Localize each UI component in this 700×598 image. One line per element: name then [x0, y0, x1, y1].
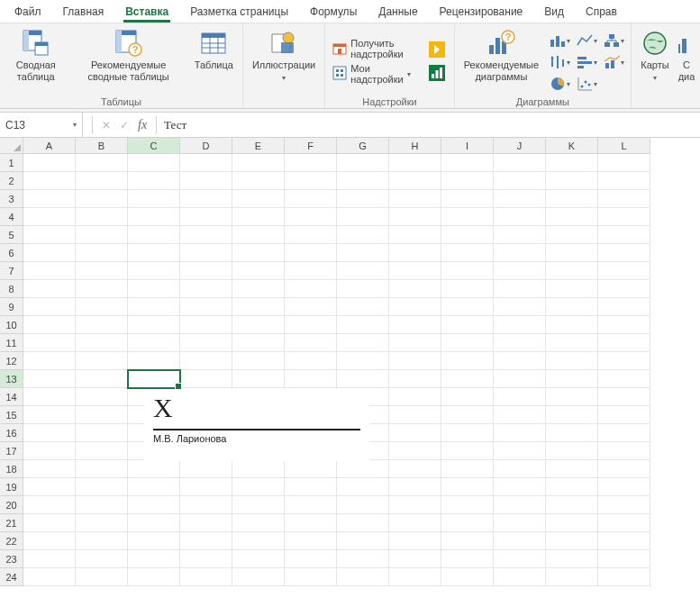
tab-help[interactable]: Справ — [575, 2, 628, 22]
cell[interactable] — [441, 316, 494, 334]
enter-icon[interactable]: ✓ — [120, 119, 129, 131]
cell[interactable] — [389, 478, 441, 496]
cell[interactable] — [285, 280, 337, 298]
cell[interactable] — [180, 478, 232, 496]
cell[interactable] — [494, 226, 546, 244]
cell[interactable] — [285, 226, 337, 244]
cell[interactable] — [180, 208, 232, 226]
cell[interactable] — [494, 442, 546, 460]
cell[interactable] — [128, 568, 180, 586]
cell[interactable] — [389, 460, 441, 478]
cell[interactable] — [494, 334, 546, 352]
cell[interactable] — [285, 262, 337, 280]
cell[interactable] — [494, 208, 546, 226]
cell[interactable] — [285, 532, 337, 550]
cell[interactable] — [598, 154, 650, 172]
tab-page-layout[interactable]: Разметка страницы — [179, 2, 299, 22]
cell[interactable] — [180, 190, 232, 208]
column-header[interactable]: I — [441, 138, 494, 154]
cell[interactable] — [598, 496, 650, 514]
cell[interactable] — [23, 298, 76, 316]
cell[interactable] — [546, 316, 598, 334]
maps-button[interactable]: Карты▾ — [637, 27, 673, 85]
cell[interactable] — [76, 514, 128, 532]
cell[interactable] — [23, 460, 76, 478]
cell[interactable] — [441, 298, 494, 316]
cell[interactable] — [494, 388, 546, 406]
cell[interactable] — [337, 226, 389, 244]
cell[interactable] — [285, 154, 337, 172]
cell[interactable] — [546, 172, 598, 190]
cell[interactable] — [232, 172, 285, 190]
cell[interactable] — [546, 460, 598, 478]
cell[interactable] — [180, 550, 232, 568]
cell[interactable] — [285, 190, 337, 208]
cell[interactable] — [494, 496, 546, 514]
cell[interactable] — [180, 280, 232, 298]
cell[interactable] — [598, 190, 650, 208]
cell[interactable] — [598, 568, 650, 586]
row-header[interactable]: 17 — [0, 442, 23, 460]
cell[interactable] — [23, 280, 76, 298]
column-chart-button[interactable]: ▾ — [548, 31, 571, 50]
cell[interactable] — [546, 280, 598, 298]
cell[interactable] — [76, 316, 128, 334]
cell[interactable] — [232, 550, 285, 568]
cell[interactable] — [76, 568, 128, 586]
cell[interactable] — [598, 298, 650, 316]
cell[interactable] — [389, 442, 441, 460]
cell[interactable] — [128, 370, 180, 388]
cell[interactable] — [546, 388, 598, 406]
cell[interactable] — [337, 568, 389, 586]
row-header[interactable]: 24 — [0, 568, 23, 586]
cell[interactable] — [128, 262, 180, 280]
recommended-pivot-button[interactable]: ? Рекомендуемые сводные таблицы — [72, 27, 186, 85]
row-header[interactable]: 5 — [0, 226, 23, 244]
row-header[interactable]: 18 — [0, 460, 23, 478]
cell[interactable] — [441, 424, 494, 442]
tab-formulas[interactable]: Формулы — [299, 2, 368, 22]
cell[interactable] — [337, 370, 389, 388]
cell[interactable] — [598, 514, 650, 532]
row-header[interactable]: 23 — [0, 550, 23, 568]
cell[interactable] — [598, 424, 650, 442]
cell[interactable] — [23, 172, 76, 190]
cell[interactable] — [76, 388, 128, 406]
column-header[interactable]: G — [337, 138, 389, 154]
cell[interactable] — [232, 514, 285, 532]
table-button[interactable]: Таблица — [191, 27, 237, 73]
cell[interactable] — [494, 190, 546, 208]
row-header[interactable]: 11 — [0, 334, 23, 352]
tab-view[interactable]: Вид — [533, 2, 575, 22]
cell[interactable] — [23, 316, 76, 334]
cell[interactable] — [389, 532, 441, 550]
cell[interactable] — [389, 406, 441, 424]
cell[interactable] — [180, 460, 232, 478]
cell[interactable] — [546, 262, 598, 280]
cell[interactable] — [546, 442, 598, 460]
cell[interactable] — [285, 496, 337, 514]
cell[interactable] — [180, 496, 232, 514]
cell[interactable] — [76, 334, 128, 352]
statistic-chart-button[interactable]: ▾ — [548, 52, 571, 72]
cell[interactable] — [337, 496, 389, 514]
cell[interactable] — [494, 406, 546, 424]
cell[interactable] — [441, 244, 494, 262]
cell[interactable] — [285, 550, 337, 568]
cell[interactable] — [180, 172, 232, 190]
cell[interactable] — [76, 424, 128, 442]
cell[interactable] — [23, 568, 76, 586]
tab-home[interactable]: Главная — [52, 2, 115, 22]
cell[interactable] — [546, 226, 598, 244]
cell[interactable] — [76, 298, 128, 316]
cell[interactable] — [337, 172, 389, 190]
cell[interactable] — [598, 244, 650, 262]
cell[interactable] — [23, 352, 76, 370]
cell[interactable] — [494, 154, 546, 172]
cell[interactable] — [337, 460, 389, 478]
illustrations-button[interactable]: Иллюстрации▾ — [249, 27, 319, 85]
cell[interactable] — [180, 262, 232, 280]
row-header[interactable]: 21 — [0, 514, 23, 532]
pivot-table-button[interactable]: Сводная таблица — [5, 27, 67, 85]
cell[interactable] — [180, 226, 232, 244]
